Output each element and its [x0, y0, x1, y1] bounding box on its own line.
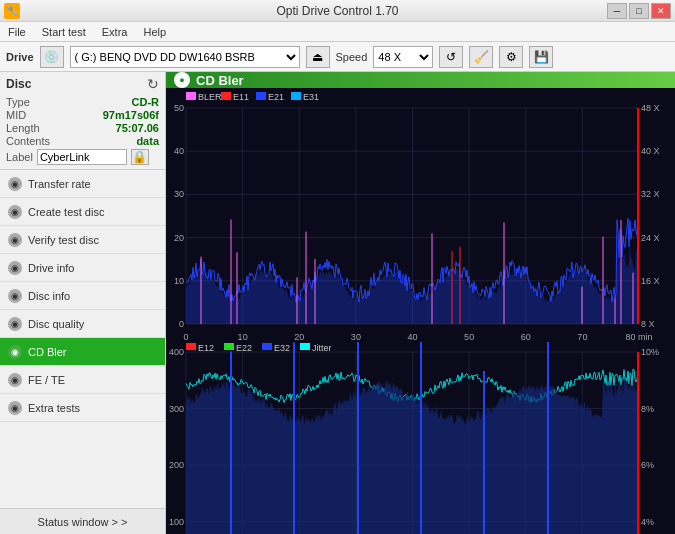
menu-bar: File Start test Extra Help: [0, 22, 675, 42]
label-label: Label: [6, 151, 33, 163]
fe-te-icon: ◉: [8, 373, 22, 387]
disc-mid-row: MID 97m17s06f: [6, 109, 159, 121]
save-button[interactable]: 💾: [529, 46, 553, 68]
sidebar-item-label-fe-te: FE / TE: [28, 374, 65, 386]
extra-tests-icon: ◉: [8, 401, 22, 415]
drive-info-icon: ◉: [8, 261, 22, 275]
disc-label-row: Label 🔒: [6, 149, 159, 165]
sidebar-item-label-extra-tests: Extra tests: [28, 402, 80, 414]
sidebar-item-label-verify-test-disc: Verify test disc: [28, 234, 99, 246]
bler-chart: [166, 88, 675, 342]
drive-icon-btn[interactable]: 💿: [40, 46, 64, 68]
cd-bler-header: ● CD Bler: [166, 72, 675, 88]
label-input[interactable]: [37, 149, 127, 165]
length-value: 75:07.06: [116, 122, 159, 134]
menu-start-test[interactable]: Start test: [38, 25, 90, 39]
sidebar-item-label-disc-quality: Disc quality: [28, 318, 84, 330]
status-window-button[interactable]: Status window > >: [0, 508, 165, 534]
window-controls: ─ □ ✕: [607, 3, 671, 19]
charts-area: [166, 88, 675, 534]
sidebar-item-label-cd-bler: CD Bler: [28, 346, 67, 358]
mid-value: 97m17s06f: [103, 109, 159, 121]
cd-bler-icon: ◉: [8, 345, 22, 359]
transfer-rate-icon: ◉: [8, 177, 22, 191]
type-label: Type: [6, 96, 30, 108]
sidebar-item-disc-quality[interactable]: ◉ Disc quality: [0, 310, 165, 338]
mid-label: MID: [6, 109, 26, 121]
drive-label: Drive: [6, 51, 34, 63]
sidebar-item-create-test-disc[interactable]: ◉ Create test disc: [0, 198, 165, 226]
type-value: CD-R: [132, 96, 160, 108]
content-area: ● CD Bler BLER E11 E21 E31 E12 E22: [166, 72, 675, 534]
sidebar-item-label-drive-info: Drive info: [28, 262, 74, 274]
status-window-label: Status window > >: [38, 516, 128, 528]
minimize-button[interactable]: ─: [607, 3, 627, 19]
label-icon-btn[interactable]: 🔒: [131, 149, 149, 165]
eject-button[interactable]: ⏏: [306, 46, 330, 68]
verify-test-disc-icon: ◉: [8, 233, 22, 247]
title-bar-title: Opti Drive Control 1.70: [276, 4, 398, 18]
disc-contents-row: Contents data: [6, 135, 159, 147]
sidebar-item-disc-info[interactable]: ◉ Disc info: [0, 282, 165, 310]
title-bar-left: 🔧: [4, 3, 20, 19]
disc-type-row: Type CD-R: [6, 96, 159, 108]
disc-refresh-icon[interactable]: ↻: [147, 76, 159, 92]
sidebar-item-drive-info[interactable]: ◉ Drive info: [0, 254, 165, 282]
sidebar-item-label-transfer-rate: Transfer rate: [28, 178, 91, 190]
speed-label: Speed: [336, 51, 368, 63]
disc-length-row: Length 75:07.06: [6, 122, 159, 134]
sidebar-item-transfer-rate[interactable]: ◉ Transfer rate: [0, 170, 165, 198]
cd-bler-header-icon: ●: [174, 72, 190, 88]
menu-extra[interactable]: Extra: [98, 25, 132, 39]
sidebar-item-label-create-test-disc: Create test disc: [28, 206, 104, 218]
contents-value: data: [136, 135, 159, 147]
sidebar-menu: ◉ Transfer rate ◉ Create test disc ◉ Ver…: [0, 170, 165, 508]
menu-help[interactable]: Help: [139, 25, 170, 39]
main-layout: Disc ↻ Type CD-R MID 97m17s06f Length 75…: [0, 72, 675, 534]
close-button[interactable]: ✕: [651, 3, 671, 19]
speed-select[interactable]: 48 X: [373, 46, 433, 68]
settings-button[interactable]: ⚙: [499, 46, 523, 68]
length-label: Length: [6, 122, 40, 134]
maximize-button[interactable]: □: [629, 3, 649, 19]
cd-bler-title: CD Bler: [196, 73, 244, 88]
disc-panel-title: Disc: [6, 77, 31, 91]
sidebar: Disc ↻ Type CD-R MID 97m17s06f Length 75…: [0, 72, 166, 534]
eraser-button[interactable]: 🧹: [469, 46, 493, 68]
drive-bar: Drive 💿 ( G:) BENQ DVD DD DW1640 BSRB ⏏ …: [0, 42, 675, 72]
sidebar-item-label-disc-info: Disc info: [28, 290, 70, 302]
app-icon: 🔧: [4, 3, 20, 19]
disc-panel: Disc ↻ Type CD-R MID 97m17s06f Length 75…: [0, 72, 165, 170]
refresh-button[interactable]: ↺: [439, 46, 463, 68]
sidebar-item-extra-tests[interactable]: ◉ Extra tests: [0, 394, 165, 422]
disc-info-icon: ◉: [8, 289, 22, 303]
disc-panel-header: Disc ↻: [6, 76, 159, 92]
sidebar-item-cd-bler[interactable]: ◉ CD Bler: [0, 338, 165, 366]
drive-select[interactable]: ( G:) BENQ DVD DD DW1640 BSRB: [70, 46, 300, 68]
sidebar-item-fe-te[interactable]: ◉ FE / TE: [0, 366, 165, 394]
disc-quality-icon: ◉: [8, 317, 22, 331]
ecc-chart: [166, 342, 675, 534]
title-bar: 🔧 Opti Drive Control 1.70 ─ □ ✕: [0, 0, 675, 22]
create-test-disc-icon: ◉: [8, 205, 22, 219]
sidebar-item-verify-test-disc[interactable]: ◉ Verify test disc: [0, 226, 165, 254]
contents-label: Contents: [6, 135, 50, 147]
menu-file[interactable]: File: [4, 25, 30, 39]
